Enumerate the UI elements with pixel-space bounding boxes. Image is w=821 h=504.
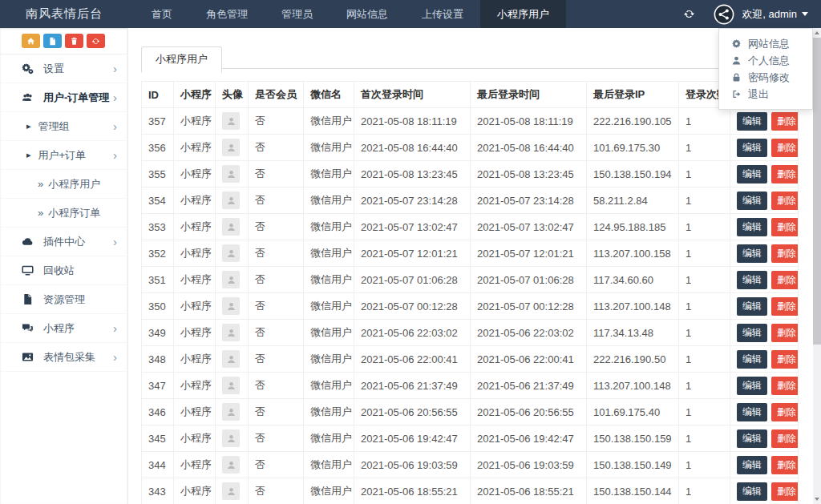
nav-item-roles[interactable]: 角色管理: [189, 0, 265, 28]
edit-button[interactable]: 编辑: [737, 482, 767, 501]
sidebar-item-label: 用户+订单: [38, 148, 87, 163]
cell-id: 356: [142, 135, 174, 161]
dropdown-item-change-password[interactable]: 密码修改: [719, 69, 812, 86]
sidebar-item-miniapp[interactable]: 小程序 ›: [0, 314, 127, 343]
edit-button[interactable]: 编辑: [737, 112, 767, 131]
nav-item-miniapp-users[interactable]: 小程序用户: [480, 0, 566, 28]
edit-button[interactable]: 编辑: [737, 403, 767, 421]
table-row: 354 小程序 否 微信用户 2021-05-07 23:14:28 2021-…: [142, 187, 799, 214]
cell-last-login: 2021-05-06 19:42:47: [471, 425, 587, 452]
cell-count: 1: [679, 478, 730, 504]
avatar-placeholder: [222, 482, 240, 500]
nav-item-site-info[interactable]: 网站信息: [330, 0, 405, 28]
cell-app: 小程序: [174, 478, 216, 504]
cell-ip: 150.138.150.194: [587, 161, 679, 187]
table-row: 357 小程序 否 微信用户 2021-05-08 18:11:19 2021-…: [142, 108, 799, 135]
nav-item-home[interactable]: 首页: [135, 0, 189, 28]
edit-button[interactable]: 编辑: [737, 165, 767, 183]
caret-right-icon: ▸: [26, 121, 31, 131]
avatar-placeholder: [222, 218, 240, 236]
sidebar-item-settings[interactable]: 设置 ›: [0, 54, 127, 83]
sidebar-item-plugin-center[interactable]: 插件中心 ›: [0, 228, 127, 256]
edit-button[interactable]: 编辑: [737, 350, 767, 369]
edit-button[interactable]: 编辑: [737, 218, 767, 236]
delete-button[interactable]: 删除: [771, 244, 799, 263]
sidebar-item-recycle-station[interactable]: 回收站: [0, 256, 127, 285]
sidebar-item-emoji-collection[interactable]: 表情包采集 ›: [0, 343, 127, 372]
avatar-placeholder: [222, 139, 240, 156]
delete-button[interactable]: 删除: [771, 112, 799, 131]
cell-app: 小程序: [174, 161, 216, 187]
cell-ip: 117.34.13.48: [587, 320, 679, 346]
sidebar-item-user-order-management[interactable]: 用户-订单管理 ›: [0, 83, 127, 112]
sidebar-item-miniapp-orders[interactable]: » 小程序订单: [0, 199, 127, 228]
trash-icon: [70, 37, 79, 46]
recycle-button[interactable]: [87, 34, 105, 48]
sidebar-item-label: 用户-订单管理: [43, 91, 109, 105]
dropdown-item-profile[interactable]: 个人信息: [719, 52, 812, 69]
dropdown-item-logout[interactable]: 退出: [719, 86, 812, 103]
delete-button[interactable]: 删除: [771, 271, 799, 289]
edit-button[interactable]: 编辑: [737, 324, 767, 342]
refresh-button[interactable]: [671, 0, 707, 28]
cell-id: 352: [142, 240, 174, 267]
caret-right-icon: ▸: [26, 150, 31, 160]
chevron-right-icon: ›: [113, 149, 117, 161]
delete-button[interactable]: 删除: [771, 165, 799, 183]
table-row: 348 小程序 否 微信用户 2021-05-06 22:00:41 2021-…: [142, 346, 799, 373]
sidebar-item-miniapp-users[interactable]: » 小程序用户: [0, 170, 127, 199]
edit-button[interactable]: 编辑: [737, 271, 767, 289]
cell-count: 1: [679, 425, 730, 452]
delete-button[interactable]: 删除: [771, 297, 799, 316]
home-button[interactable]: [22, 34, 40, 48]
edit-button[interactable]: 编辑: [737, 377, 767, 395]
cell-last-login: 2021-05-06 18:55:21: [471, 478, 587, 504]
user-menu-toggle[interactable]: 欢迎, admin: [707, 0, 808, 28]
delete-button[interactable]: 删除: [771, 218, 799, 236]
table-row: 356 小程序 否 微信用户 2021-05-08 16:44:40 2021-…: [142, 135, 799, 161]
delete-button[interactable]: 删除: [771, 350, 799, 369]
delete-button[interactable]: 删除: [771, 482, 799, 501]
edit-button[interactable]: 编辑: [737, 456, 767, 474]
edit-button[interactable]: 编辑: [737, 429, 767, 448]
table-row: 350 小程序 否 微信用户 2021-05-07 00:12:28 2021-…: [142, 293, 799, 320]
dropdown-item-site-info[interactable]: 网站信息: [719, 35, 812, 52]
cell-id: 353: [142, 214, 174, 240]
edit-button[interactable]: 编辑: [737, 192, 767, 210]
cell-app: 小程序: [174, 214, 216, 240]
page-scrollbar[interactable]: [813, 28, 821, 504]
sidebar-item-label: 设置: [43, 62, 64, 76]
avatar-placeholder: [222, 324, 240, 341]
edit-button[interactable]: 编辑: [737, 139, 767, 157]
frontend-button[interactable]: [43, 34, 62, 48]
delete-button[interactable]: 删除: [771, 139, 799, 157]
delete-button[interactable]: 删除: [771, 377, 799, 395]
avatar-placeholder: [222, 403, 240, 421]
delete-button[interactable]: 删除: [771, 324, 799, 342]
scrollbar-up-arrow[interactable]: [813, 28, 821, 38]
sidebar-item-user-order[interactable]: ▸ 用户+订单 ›: [0, 141, 127, 170]
sidebar-item-admin-group[interactable]: ▸ 管理组 ›: [0, 112, 127, 141]
delete-button[interactable]: 删除: [771, 403, 799, 421]
table-row: 344 小程序 否 微信用户 2021-05-06 19:03:59 2021-…: [142, 452, 799, 478]
cell-id: 357: [142, 108, 174, 135]
delete-button[interactable]: 删除: [771, 429, 799, 448]
nav-item-upload-settings[interactable]: 上传设置: [405, 0, 480, 28]
trash-button[interactable]: [65, 34, 83, 48]
edit-button[interactable]: 编辑: [737, 297, 767, 316]
nav-item-admins[interactable]: 管理员: [265, 0, 330, 28]
scrollbar-down-arrow[interactable]: [813, 494, 821, 504]
cell-count: 1: [679, 452, 730, 478]
delete-button[interactable]: 删除: [771, 456, 799, 474]
sidebar-item-resource-management[interactable]: 资源管理: [0, 285, 127, 314]
delete-button[interactable]: 删除: [771, 192, 799, 210]
scrollbar-thumb[interactable]: [813, 38, 821, 345]
caret-down-icon: [802, 12, 808, 16]
tab-miniapp-users[interactable]: 小程序用户: [141, 46, 222, 73]
avatar-placeholder: [222, 244, 240, 262]
cell-ip: 150.138.150.159: [587, 425, 679, 452]
cell-id: 344: [142, 452, 174, 478]
edit-button[interactable]: 编辑: [737, 244, 767, 263]
cell-ip: 150.138.150.149: [587, 452, 679, 478]
cell-count: 1: [679, 399, 730, 425]
